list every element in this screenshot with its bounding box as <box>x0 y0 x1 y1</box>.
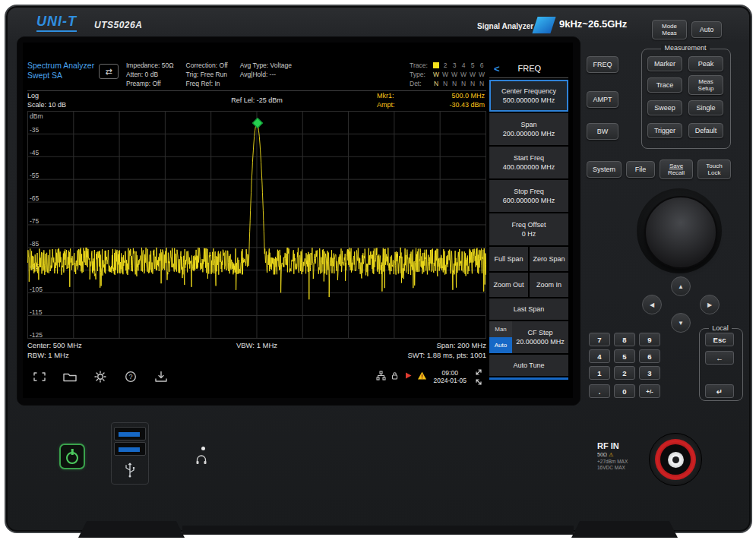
mode-line2: Swept SA <box>27 71 99 81</box>
folder-icon[interactable] <box>61 368 79 385</box>
key-plus-minus[interactable]: +/- <box>639 384 660 398</box>
up-arrow-key[interactable]: ▲ <box>671 276 691 296</box>
analyzer-mode-label[interactable]: Spectrum Analyzer Swept SA <box>27 61 99 81</box>
menu-item-label: Span <box>520 120 536 129</box>
key-7[interactable]: 7 <box>589 333 610 346</box>
menu-item-freq-offset[interactable]: Freq Offset 0 Hz <box>489 213 568 245</box>
menu-item-span[interactable]: Span 200.000000 MHz <box>489 113 568 145</box>
full-span-button[interactable]: Full Span <box>489 247 528 271</box>
last-span-button[interactable]: Last Span <box>489 298 568 320</box>
usb-port-1 <box>114 427 146 441</box>
trace-status-block[interactable]: Trace: 2 3 4 5 6 Type: W W W W W <box>410 61 486 88</box>
auto-button[interactable]: Auto <box>691 21 722 38</box>
system-button[interactable]: System <box>587 161 622 178</box>
measurement-group-label: Measurement <box>641 44 729 52</box>
key-dot[interactable]: . <box>589 384 610 398</box>
key-6[interactable]: 6 <box>639 349 660 363</box>
bw-button[interactable]: BW <box>587 123 618 140</box>
left-arrow-key[interactable]: ◀ <box>642 295 662 314</box>
cf-step-label: CF Step <box>527 328 552 337</box>
help-icon[interactable]: ? <box>122 368 140 385</box>
trace-number: 5 <box>470 61 476 70</box>
key-9[interactable]: 9 <box>639 333 660 346</box>
enter-key[interactable]: ↵ <box>705 384 734 398</box>
atten-status: Atten: 0 dB <box>126 70 174 79</box>
marker-button[interactable]: Marker <box>647 56 682 71</box>
swap-mode-icon[interactable]: ⇄ <box>99 64 119 79</box>
menu-back-chevron[interactable]: < <box>494 63 500 74</box>
trace-button[interactable]: Trace <box>647 77 682 93</box>
right-foot <box>571 521 678 538</box>
key-5[interactable]: 5 <box>614 349 635 363</box>
resize-arrows-icon[interactable] <box>474 368 483 387</box>
type-value: W <box>451 70 457 79</box>
zoom-out-button[interactable]: Zoom Out <box>489 273 528 297</box>
trigger-button[interactable]: Trigger <box>647 123 682 138</box>
menu-pair-zoom: Zoom Out Zoom In <box>489 273 568 297</box>
menu-pair-span: Full Span Zero Span <box>489 247 568 271</box>
menu-item-value: 0 Hz <box>522 229 536 238</box>
menu-item-center-frequency[interactable]: Center Frequency 500.000000 MHz <box>489 80 568 112</box>
key-4[interactable]: 4 <box>589 349 610 363</box>
clock: 09:00 2024-01-05 <box>434 369 467 384</box>
meas-setup-button[interactable]: Meas Setup <box>688 75 723 95</box>
softkey-menu: < FREQ Center Frequency 500.000000 MHz S… <box>489 59 568 395</box>
cf-auto-option[interactable]: Auto <box>489 337 512 353</box>
menu-item-label: Stop Freq <box>514 187 544 196</box>
date-label: 2024-01-05 <box>434 377 467 384</box>
usb-port-group <box>111 422 149 485</box>
trace-number: 6 <box>479 61 485 70</box>
rbw-label: RBW: 1 MHz <box>27 350 257 360</box>
ampt-button[interactable]: AMPT <box>587 91 618 108</box>
single-button[interactable]: Single <box>688 100 723 115</box>
rf-in-title: RF IN <box>597 442 628 450</box>
down-arrow-key[interactable]: ▼ <box>671 313 691 333</box>
swt-label: SWT: 1.88 ms, pts: 1001 <box>257 350 486 360</box>
touch-line: Touch <box>706 163 722 169</box>
mode-meas-line2: Meas <box>662 30 677 36</box>
key-1[interactable]: 1 <box>589 366 610 380</box>
span-label: Span: 200 MHz <box>334 340 486 350</box>
settings-icon[interactable] <box>91 368 109 385</box>
esc-key[interactable]: Esc <box>705 333 734 346</box>
power-button[interactable] <box>59 444 85 469</box>
right-arrow-key[interactable]: ▶ <box>700 295 720 314</box>
default-button[interactable]: Default <box>688 123 723 138</box>
backspace-key[interactable]: ← <box>705 351 734 365</box>
zoom-in-button[interactable]: Zoom In <box>530 273 568 297</box>
display-icon[interactable] <box>30 368 49 385</box>
menu-header: < FREQ <box>489 59 568 78</box>
graph-header: Log Scale: 10 dB Ref Lel: -25 dBm Mkr1: … <box>27 91 486 111</box>
mode-meas-button[interactable]: Mode Meas <box>652 20 687 39</box>
menu-item-stop-freq[interactable]: Stop Freq 600.000000 MHz <box>489 180 568 212</box>
freq-button[interactable]: FREQ <box>587 56 618 73</box>
auto-tune-button[interactable]: Auto Tune <box>489 355 568 376</box>
zero-span-button[interactable]: Zero Span <box>530 247 568 271</box>
menu-item-start-freq[interactable]: Start Freq 400.000000 MHz <box>489 147 568 178</box>
key-0[interactable]: 0 <box>614 384 635 398</box>
status-bar: Spectrum Analyzer Swept SA ⇄ Impedance: … <box>27 59 486 91</box>
touch-lock-button[interactable]: Touch Lock <box>697 159 731 179</box>
type-value: W <box>479 70 485 79</box>
save-icon[interactable] <box>152 368 170 385</box>
key-8[interactable]: 8 <box>614 333 635 346</box>
rotary-knob[interactable] <box>644 196 717 269</box>
sweep-button[interactable]: Sweep <box>647 100 682 115</box>
file-button[interactable]: File <box>626 161 655 178</box>
left-foot <box>78 521 185 538</box>
key-2[interactable]: 2 <box>614 366 635 380</box>
usb-port-2 <box>114 442 146 456</box>
save-recall-button[interactable]: Save Recall <box>660 159 693 179</box>
rf-max-voltage-label: 16VDC MAX <box>597 465 628 471</box>
cf-man-option[interactable]: Man <box>489 321 512 337</box>
spectrum-display[interactable]: dBm -35 -45 -55 -65 -75 -85 -95 -105 -11… <box>27 111 486 339</box>
trace-1 <box>27 111 486 339</box>
peak-button[interactable]: Peak <box>688 56 723 71</box>
menu-item-label: Start Freq <box>514 153 544 163</box>
key-3[interactable]: 3 <box>639 366 660 380</box>
menu-item-value: 600.000000 MHz <box>503 196 555 205</box>
status-col-input: Impedance: 50Ω Atten: 0 dB Preamp: Off <box>126 61 174 88</box>
cf-step-item[interactable]: Man Auto CF Step 20.000000 MHz <box>489 321 568 353</box>
det-label: Det: <box>410 79 430 88</box>
local-label: Local <box>699 324 742 332</box>
